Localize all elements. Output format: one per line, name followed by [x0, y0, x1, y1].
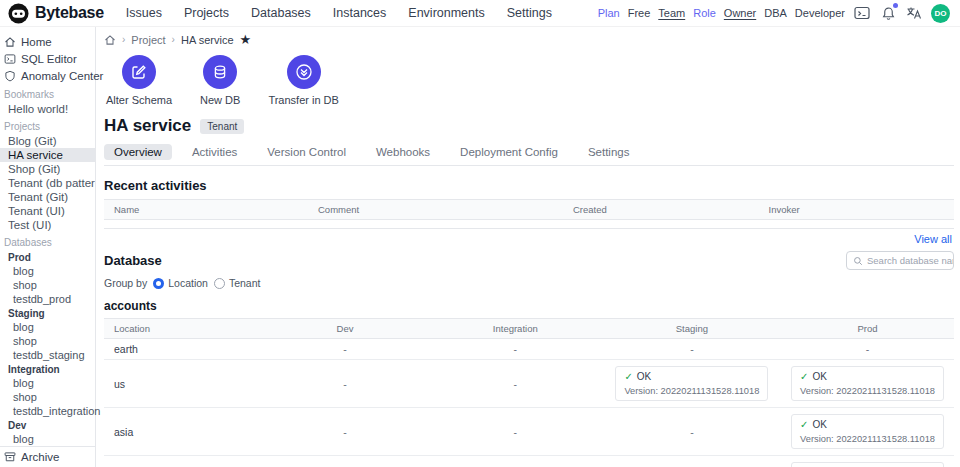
notification-dot [893, 3, 898, 8]
bookmarks-section-title: Bookmarks [0, 84, 95, 102]
col-comment: Comment [308, 200, 563, 220]
quick-actions: Alter Schema New DB [106, 55, 954, 106]
nav-projects[interactable]: Projects [184, 6, 229, 20]
brand[interactable]: Bytebase [8, 3, 104, 24]
breadcrumb-home-icon[interactable] [104, 34, 116, 46]
table-row-asia: asia - - - ✓OK Version: 20220211131528.1… [104, 408, 954, 456]
databases-section-title: Databases [0, 232, 95, 250]
db-status-card[interactable]: ✓OK Version: 20220211131528.11018 [791, 462, 944, 467]
group-by-tenant-radio[interactable]: Tenant [214, 277, 261, 289]
breadcrumb-project[interactable]: Project [131, 34, 165, 46]
database-section-title: Database [104, 253, 162, 268]
status-ok-label: OK [637, 371, 651, 382]
col-created: Created [563, 200, 759, 220]
tenant-badge: Tenant [200, 119, 244, 134]
group-by-label: Group by [104, 277, 147, 289]
quick-action-label: Transfer in DB [268, 94, 339, 106]
sidebar-db-item[interactable]: shop [0, 278, 95, 292]
sidebar-project-tenant-git[interactable]: Tenant (Git) [0, 190, 95, 204]
database-search[interactable] [846, 251, 954, 270]
sidebar-project-ha-service[interactable]: HA service [0, 148, 95, 162]
notifications-bell-icon[interactable] [879, 4, 897, 22]
db-status-card[interactable]: ✓OK Version: 20220211131528.11018 [791, 366, 944, 401]
empty-db-cell: - [514, 426, 518, 438]
location-cell: europe [104, 456, 262, 467]
role-developer: Developer [795, 7, 845, 19]
language-icon[interactable] [905, 4, 923, 22]
breadcrumb-current: HA service [181, 34, 234, 46]
sidebar-db-item[interactable]: shop [0, 390, 95, 404]
sidebar-item-anomaly-center[interactable]: Anomaly Center [0, 67, 95, 84]
tab-webhooks[interactable]: Webhooks [366, 144, 440, 160]
view-all-link[interactable]: View all [106, 233, 952, 245]
empty-db-cell: - [866, 343, 870, 355]
status-ok-label: OK [812, 371, 826, 382]
tab-settings[interactable]: Settings [578, 144, 640, 160]
search-database-input[interactable] [867, 255, 953, 266]
env-group-prod: Prod [0, 250, 95, 264]
db-version: Version: 20220211131528.11018 [800, 434, 935, 444]
db-status-card[interactable]: ✓OK Version: 20220211131528.11018 [791, 414, 944, 449]
empty-db-cell: - [514, 378, 518, 390]
nav-databases[interactable]: Databases [251, 6, 311, 20]
navbar-right: Plan Free Team Role Owner DBA Developer [598, 4, 950, 23]
sidebar-item-label: Home [21, 36, 52, 48]
location-cell: asia [104, 408, 262, 456]
tab-version-control[interactable]: Version Control [257, 144, 356, 160]
group-by-location-radio[interactable]: Location [153, 277, 208, 289]
sidebar-db-item[interactable]: blog [0, 264, 95, 278]
sidebar-item-home[interactable]: Home [0, 33, 95, 50]
role-owner-link[interactable]: Owner [724, 7, 756, 19]
table-row-europe: europe - - - ✓OK Version: 20220211131528… [104, 456, 954, 467]
status-ok-label: OK [812, 419, 826, 430]
alter-schema-button[interactable]: Alter Schema [106, 55, 172, 106]
empty-activities-row [104, 220, 954, 229]
tab-activities[interactable]: Activities [182, 144, 247, 160]
sidebar-db-item[interactable]: testdb_staging [0, 348, 95, 362]
plan-label: Plan [598, 7, 620, 19]
sidebar-item-sql-editor[interactable]: SQL Editor [0, 50, 95, 67]
main-nav: Issues Projects Databases Instances Envi… [126, 6, 552, 20]
tab-deployment-config[interactable]: Deployment Config [450, 144, 568, 160]
role-dba: DBA [764, 7, 787, 19]
empty-db-cell: - [343, 378, 347, 390]
radio-label: Tenant [229, 277, 261, 289]
user-avatar[interactable]: DO [931, 4, 950, 23]
new-db-button[interactable]: New DB [200, 55, 240, 106]
sidebar-project-tenant-ui[interactable]: Tenant (UI) [0, 204, 95, 218]
sidebar-db-item[interactable]: blog [0, 320, 95, 334]
team-link[interactable]: Team [658, 7, 685, 19]
sidebar-db-item[interactable]: testdb_integration [0, 404, 95, 418]
sidebar-item-label: Archive [21, 451, 59, 463]
favorite-star-icon[interactable]: ★ [240, 33, 252, 46]
accounts-table-title: accounts [104, 299, 954, 313]
col-invoker: Invoker [759, 200, 955, 220]
db-status-card[interactable]: ✓OK Version: 20220211131528.11018 [615, 366, 768, 401]
sidebar-db-item[interactable]: shop [0, 334, 95, 348]
sidebar-project-test-ui[interactable]: Test (UI) [0, 218, 95, 232]
location-cell: us [104, 360, 262, 408]
sidebar-project-shop-git[interactable]: Shop (Git) [0, 162, 95, 176]
sidebar-db-item[interactable]: testdb_prod [0, 292, 95, 306]
nav-settings[interactable]: Settings [507, 6, 552, 20]
nav-instances[interactable]: Instances [333, 6, 387, 20]
nav-issues[interactable]: Issues [126, 6, 162, 20]
sidebar-project-blog-git[interactable]: Blog (Git) [0, 134, 95, 148]
home-icon [4, 36, 16, 48]
plan-value: Free [628, 7, 651, 19]
sidebar-project-tenant-db-pattern[interactable]: Tenant (db pattern) [0, 176, 95, 190]
transfer-in-db-button[interactable]: Transfer in DB [268, 55, 339, 106]
radio-selected-icon [153, 278, 164, 289]
tab-overview[interactable]: Overview [104, 144, 172, 160]
breadcrumb-separator: › [172, 34, 175, 45]
sidebar-db-item[interactable]: blog [0, 376, 95, 390]
breadcrumb-separator: › [122, 34, 125, 45]
sidebar-item-archive[interactable]: Archive [0, 446, 95, 467]
sidebar-db-item[interactable]: blog [0, 432, 95, 446]
bookmark-hello-world[interactable]: Hello world! [0, 102, 95, 116]
edit-icon [131, 64, 147, 80]
col-prod: Prod [781, 319, 954, 339]
nav-environments[interactable]: Environments [408, 6, 484, 20]
keyboard-shortcut-icon[interactable] [853, 4, 871, 22]
col-staging: Staging [603, 319, 781, 339]
